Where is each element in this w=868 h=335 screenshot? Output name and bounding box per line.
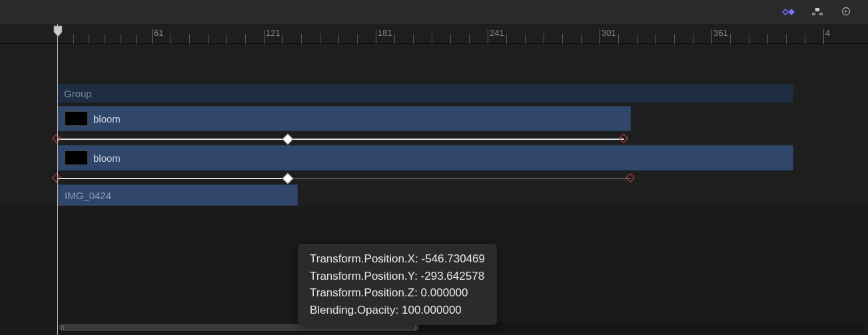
timeline-tracks: Group bloom bloom (0, 44, 868, 206)
ruler-minor-tick (655, 34, 656, 44)
ruler-minor-tick (226, 34, 227, 44)
clip-bloom-2[interactable]: bloom (57, 145, 793, 170)
ruler-label: 301 (602, 28, 616, 38)
ruler-minor-tick (320, 34, 320, 44)
playhead-line[interactable] (57, 24, 58, 335)
ruler-minor-tick (749, 34, 749, 44)
keyframe[interactable] (620, 135, 628, 143)
ruler-label: 361 (713, 28, 728, 38)
ruler-minor-tick (394, 34, 395, 44)
tooltip-row: Transform.Position.X: -546.730469 (310, 250, 485, 268)
ruler-tick (376, 29, 376, 44)
track-bloom-2: bloom (57, 145, 868, 170)
ruler-minor-tick (301, 34, 302, 44)
ruler-minor-tick (525, 34, 526, 44)
ruler-tick (600, 29, 600, 44)
ruler-minor-tick (693, 34, 693, 44)
ruler-minor-tick (208, 34, 209, 44)
ruler-minor-tick (105, 34, 105, 44)
keyframe-curve-dim (288, 178, 631, 179)
ruler-label: 241 (490, 28, 504, 38)
ruler-minor-tick (189, 34, 190, 44)
keyframe-curve (57, 178, 288, 179)
ruler-minor-tick (357, 34, 358, 44)
track-img: IMG_0424 (57, 184, 868, 206)
ruler-minor-tick (432, 34, 432, 44)
keyframe-lane-2[interactable] (57, 172, 868, 184)
ruler-minor-tick (413, 34, 414, 44)
ruler-minor-tick (338, 34, 339, 44)
timeline-toolbar (0, 0, 868, 24)
ruler-minor-tick (562, 34, 563, 44)
ruler-label: 121 (266, 28, 280, 38)
svg-rect-0 (815, 8, 819, 11)
keyframe-tool-button[interactable] (780, 4, 796, 20)
scrollbar-grip-left-icon (61, 325, 62, 330)
ruler-minor-tick (245, 34, 246, 44)
ruler-minor-tick (121, 34, 121, 44)
ruler-minor-tick (450, 34, 451, 44)
ruler-label: 181 (378, 28, 392, 38)
ruler-label: 61 (154, 28, 163, 38)
timeline: 611211812413013614 Group bloom (0, 24, 868, 206)
track-bloom-1: bloom (57, 106, 868, 131)
keyframe-selected[interactable] (284, 174, 292, 182)
clip-img-0424[interactable]: IMG_0424 (57, 184, 298, 206)
tooltip-row: Transform.Position.Z: 0.000000 (310, 284, 485, 302)
markers-tool-button[interactable] (809, 4, 825, 20)
clip-group[interactable]: Group (57, 84, 793, 103)
clip-label: bloom (93, 113, 121, 125)
ruler-tick (264, 29, 264, 44)
svg-rect-1 (812, 13, 815, 15)
ruler-minor-tick (506, 34, 507, 44)
ruler-minor-tick (674, 34, 675, 44)
keyframe-lane-1[interactable] (57, 133, 868, 145)
ruler-minor-tick (73, 34, 74, 44)
keyframe-curve (57, 139, 624, 140)
clip-label: IMG_0424 (65, 190, 111, 201)
keyframe-tooltip: Transform.Position.X: -546.730469 Transf… (298, 244, 497, 325)
ruler-label: 4 (825, 28, 830, 38)
timeline-ruler[interactable]: 611211812413013614 (0, 24, 868, 44)
ruler-minor-tick (544, 34, 544, 44)
svg-rect-2 (819, 13, 823, 15)
ruler-minor-tick (786, 34, 787, 44)
ruler-minor-tick (469, 34, 470, 44)
ruler-minor-tick (581, 34, 582, 44)
ruler-tick (823, 29, 824, 44)
ruler-minor-tick (282, 34, 283, 44)
clip-thumbnail (65, 111, 88, 126)
ruler-minor-tick (171, 34, 171, 44)
playhead-marker[interactable] (53, 25, 63, 40)
ruler-minor-tick (89, 34, 89, 44)
track-group: Group (57, 84, 868, 104)
ruler-minor-tick (136, 34, 137, 44)
clip-label: Group (64, 88, 92, 99)
keyframe[interactable] (284, 135, 292, 143)
ruler-minor-tick (637, 34, 638, 44)
ruler-minor-tick (618, 34, 619, 44)
tooltip-row: Blending.Opacity: 100.000000 (310, 302, 485, 319)
clip-thumbnail (65, 151, 88, 165)
ruler-tick (711, 29, 712, 44)
clip-label: bloom (93, 153, 121, 164)
ruler-minor-tick (805, 34, 805, 44)
ruler-tick (488, 29, 488, 44)
preview-play-button[interactable] (839, 4, 855, 20)
ruler-minor-tick (730, 34, 731, 44)
clip-bloom-1[interactable]: bloom (57, 106, 631, 131)
keyframe[interactable] (627, 174, 635, 182)
ruler-tick (152, 29, 153, 44)
tooltip-row: Transform.Position.Y: -293.642578 (310, 268, 485, 285)
scrollbar-grip-right-icon (415, 325, 416, 330)
ruler-minor-tick (767, 34, 768, 44)
